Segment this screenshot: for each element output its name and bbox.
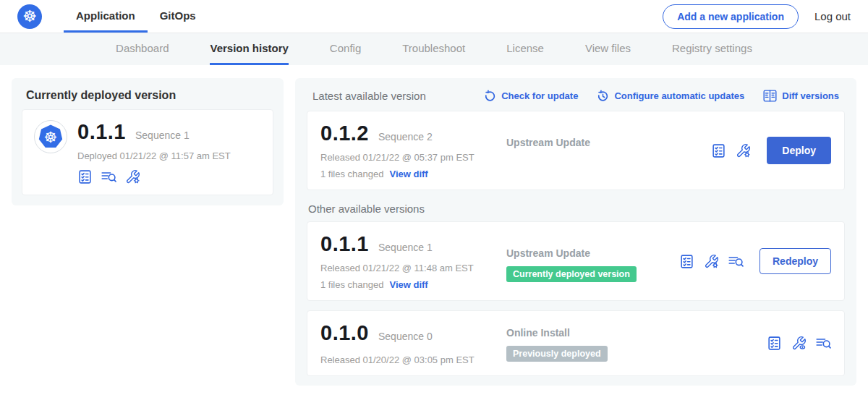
file-search-icon[interactable] (816, 336, 831, 351)
schedule-update-icon (597, 90, 609, 102)
subtab-config[interactable]: Config (330, 33, 361, 65)
diff-icon (763, 90, 777, 102)
released-timestamp: Released 01/20/22 @ 03:05 pm EST (320, 354, 506, 365)
currently-deployed-card: ☸ 0.1.1 Sequence 1 Deployed 01/21/22 @ 1… (22, 109, 273, 195)
configure-automatic-updates-link[interactable]: Configure automatic updates (597, 90, 744, 102)
version-info: 0.1.2 Sequence 2 Released 01/21/22 @ 05:… (320, 122, 506, 179)
wrench-gear-icon[interactable] (704, 254, 719, 269)
checklist-icon[interactable] (679, 254, 694, 269)
top-nav: ☸ Application GitOps Add a new applicati… (0, 0, 868, 33)
subtab-dashboard-label: Dashboard (116, 42, 169, 54)
kubernetes-logo: ☸ (17, 4, 42, 29)
released-timestamp: Released 01/21/22 @ 11:48 am EST (320, 263, 506, 273)
subtab-view-files-label: View files (585, 42, 631, 54)
latest-available-title: Latest available version (312, 90, 426, 102)
checklist-icon[interactable] (711, 143, 726, 158)
version-number: 0.1.1 (320, 232, 369, 256)
app-brand: ☸ (17, 0, 42, 33)
version-history-panel: Latest available version Check for updat… (295, 78, 856, 386)
subtab-version-history-label: Version history (210, 42, 288, 54)
deployed-timestamp: Deployed 01/21/22 @ 11:57 am EST (77, 150, 231, 161)
logout-button[interactable]: Log out (814, 10, 851, 22)
refresh-icon (484, 90, 496, 102)
sequence-label: Sequence 1 (378, 242, 433, 253)
deployed-version-details: 0.1.1 Sequence 1 Deployed 01/21/22 @ 11:… (77, 120, 231, 184)
released-timestamp: Released 01/21/22 @ 05:37 pm EST (320, 152, 506, 163)
deployed-version-number: 0.1.1 (77, 120, 126, 144)
files-changed-label: 1 files changed (320, 169, 383, 179)
source-label: Online Install (506, 327, 767, 339)
version-info: 0.1.0 Sequence 0 Released 01/20/22 @ 03:… (320, 321, 506, 365)
topnav-spacer (208, 0, 663, 33)
check-for-update-link[interactable]: Check for update (484, 90, 578, 102)
currently-deployed-title: Currently deployed version (22, 89, 273, 109)
source-label: Upstream Update (506, 137, 711, 148)
files-changed-label: 1 files changed (320, 279, 383, 290)
check-for-update-label: Check for update (501, 90, 578, 101)
version-card-0-1-1: 0.1.1 Sequence 1 Released 01/21/22 @ 11:… (307, 221, 845, 301)
version-source: Online Install Previously deployed (506, 321, 767, 362)
subtab-version-history[interactable]: Version history (210, 33, 288, 65)
view-diff-link[interactable]: View diff (389, 169, 427, 179)
deploy-button[interactable]: Deploy (767, 137, 831, 164)
subtab-dashboard[interactable]: Dashboard (116, 33, 169, 65)
version-info: 0.1.1 Sequence 1 Released 01/21/22 @ 11:… (320, 232, 506, 290)
version-actions (767, 336, 831, 351)
checklist-icon[interactable] (767, 336, 782, 351)
currently-deployed-panel: Currently deployed version ☸ 0.1.1 Seque… (12, 78, 284, 205)
tab-gitops-label: GitOps (160, 9, 196, 22)
add-application-button[interactable]: Add a new application (663, 4, 799, 29)
wrench-gear-icon[interactable] (736, 143, 751, 158)
main-content: Currently deployed version ☸ 0.1.1 Seque… (0, 65, 868, 386)
version-card-0-1-0: 0.1.0 Sequence 0 Released 01/20/22 @ 03:… (307, 310, 845, 376)
version-number: 0.1.2 (320, 122, 369, 145)
subtab-license[interactable]: License (506, 33, 544, 65)
kubernetes-heptagon-logo: ☸ (38, 124, 64, 150)
version-source: Upstream Update Currently deployed versi… (506, 232, 679, 282)
tab-application[interactable]: Application (64, 0, 148, 33)
subtab-troubleshoot[interactable]: Troubleshoot (402, 33, 465, 65)
redeploy-button[interactable]: Redeploy (760, 248, 831, 274)
wrench-eye-icon[interactable] (791, 336, 807, 351)
subtab-troubleshoot-label: Troubleshoot (402, 42, 465, 54)
file-search-icon[interactable] (101, 169, 116, 184)
sequence-label: Sequence 2 (378, 131, 433, 143)
subtab-config-label: Config (330, 42, 361, 54)
file-search-icon[interactable] (728, 254, 744, 269)
version-history-header: Latest available version Check for updat… (307, 88, 845, 111)
subtab-registry-settings-label: Registry settings (672, 42, 752, 54)
subtab-license-label: License (506, 42, 544, 54)
view-diff-link[interactable]: View diff (389, 279, 427, 290)
currently-deployed-badge: Currently deployed version (506, 266, 637, 282)
diff-versions-link[interactable]: Diff versions (763, 90, 839, 102)
sequence-label: Sequence 0 (378, 331, 433, 342)
tab-gitops[interactable]: GitOps (148, 0, 208, 33)
app-subnav: Dashboard Version history Config Trouble… (0, 33, 868, 65)
helm-wheel-icon: ☸ (22, 9, 37, 25)
wrench-gear-icon[interactable] (125, 169, 140, 184)
checklist-icon[interactable] (77, 169, 93, 184)
helm-wheel-icon: ☸ (44, 129, 58, 145)
source-label: Upstream Update (506, 247, 679, 259)
previously-deployed-badge: Previously deployed (506, 346, 608, 362)
version-source: Upstream Update (506, 122, 711, 148)
diff-versions-label: Diff versions (782, 90, 839, 101)
subtab-view-files[interactable]: View files (585, 33, 631, 65)
tab-application-label: Application (76, 9, 135, 22)
version-actions: Redeploy (679, 248, 831, 274)
version-number: 0.1.0 (320, 321, 369, 345)
app-logo-badge: ☸ (34, 120, 67, 153)
version-actions: Deploy (711, 137, 831, 164)
configure-automatic-updates-label: Configure automatic updates (614, 90, 744, 101)
version-card-0-1-2: 0.1.2 Sequence 2 Released 01/21/22 @ 05:… (307, 111, 845, 190)
version-history-actions: Check for update Configure automatic upd… (484, 90, 839, 102)
subtab-registry-settings[interactable]: Registry settings (672, 33, 752, 65)
deployed-sequence-label: Sequence 1 (135, 129, 190, 141)
other-versions-title: Other available versions (307, 190, 845, 221)
